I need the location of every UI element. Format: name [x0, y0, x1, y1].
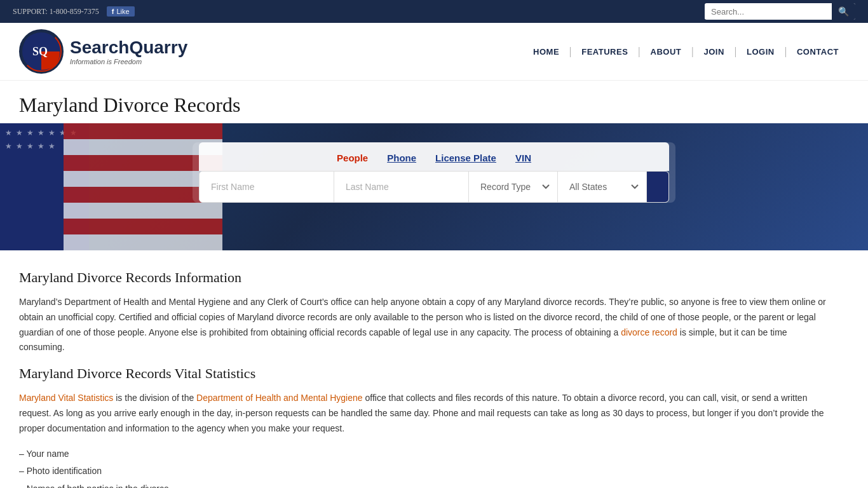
section2-paragraph: Maryland Vital Statistics is the divisio…	[19, 391, 832, 436]
star: ★	[16, 128, 23, 138]
star: ★	[16, 142, 23, 151]
main-content: Maryland Divorce Records Information Mar…	[0, 250, 851, 488]
support-number: SUPPORT: 1-800-859-7375	[13, 7, 99, 17]
top-search-input[interactable]	[705, 4, 832, 19]
fb-icon: f	[112, 8, 114, 15]
star: ★	[48, 128, 55, 138]
svg-text:SQ: SQ	[32, 45, 48, 58]
top-search-button[interactable]: 🔍	[832, 3, 855, 20]
stripe	[64, 234, 222, 250]
states-select[interactable]: All States Maryland California Texas Flo…	[558, 172, 647, 202]
nav-login[interactable]: LOGIN	[736, 47, 785, 57]
tab-people[interactable]: People	[337, 151, 368, 165]
star: ★	[5, 142, 12, 151]
top-search-bar[interactable]: 🔍	[705, 3, 855, 20]
record-type-select[interactable]: Record Type Divorce Records Birth Record…	[469, 172, 558, 202]
star: ★	[5, 128, 12, 138]
stripe	[64, 219, 222, 234]
stripe	[64, 123, 222, 139]
nav-join[interactable]: JOIN	[693, 47, 734, 57]
top-bar-left: SUPPORT: 1-800-859-7375 f Like	[13, 6, 135, 17]
logo-area: SQ SearchQuarry Information is Freedom	[19, 29, 187, 74]
logo-icon: SQ	[19, 29, 64, 74]
maryland-vital-link[interactable]: Maryland Vital Statistics	[19, 393, 113, 403]
nav-contact[interactable]: CONTACT	[787, 47, 849, 57]
divorce-record-link[interactable]: divorce record	[621, 327, 677, 337]
page-title-area: Maryland Divorce Records	[0, 81, 868, 123]
nav-home[interactable]: HOME	[523, 47, 569, 57]
first-name-input[interactable]	[200, 172, 334, 202]
section2-text1: is the division of the	[113, 393, 196, 403]
dept-health-link[interactable]: Department of Health and Mental Hygiene	[196, 393, 362, 403]
top-bar: SUPPORT: 1-800-859-7375 f Like 🔍	[0, 0, 868, 23]
stripe	[64, 203, 222, 219]
fb-like-button[interactable]: f Like	[107, 6, 135, 17]
tab-vin[interactable]: VIN	[515, 151, 531, 165]
list-item-2: – Photo identification	[19, 464, 832, 479]
main-nav: HOME | FEATURES | ABOUT | JOIN | LOGIN |…	[523, 46, 849, 57]
search-form: Record Type Divorce Records Birth Record…	[199, 171, 669, 203]
section1-title: Maryland Divorce Records Information	[19, 269, 832, 286]
star: ★	[37, 142, 44, 151]
flag-decoration: ★ ★ ★ ★ ★ ★ ★ ★ ★ ★ ★ ★	[0, 123, 222, 250]
tab-phone[interactable]: Phone	[387, 151, 416, 165]
hero-banner: ★ ★ ★ ★ ★ ★ ★ ★ ★ ★ ★ ★ People Pho	[0, 123, 868, 250]
search-widget: People Phone License Plate VIN Record Ty…	[193, 142, 675, 203]
brand-part1: Search	[70, 37, 129, 57]
star: ★	[48, 142, 55, 151]
brand-name: SearchQuarry	[70, 37, 187, 58]
logo-tagline: Information is Freedom	[70, 58, 187, 65]
logo-text: SearchQuarry Information is Freedom	[70, 37, 187, 65]
requirements-list: – Your name – Photo identification – Nam…	[19, 447, 832, 488]
tab-license-plate[interactable]: License Plate	[435, 151, 496, 165]
star: ★	[37, 128, 44, 138]
list-item-1: – Your name	[19, 447, 832, 462]
last-name-input[interactable]	[334, 172, 469, 202]
nav-about[interactable]: ABOUT	[641, 47, 692, 57]
header: SQ SearchQuarry Information is Freedom H…	[0, 23, 868, 81]
search-button[interactable]: SEARCH	[647, 172, 669, 202]
star: ★	[27, 142, 34, 151]
section1-paragraph: Maryland’s Department of Health and Ment…	[19, 295, 832, 355]
star: ★	[27, 128, 34, 138]
brand-part2: Quarry	[129, 37, 187, 57]
list-item-3: – Names of both parties in the divorce	[19, 482, 832, 488]
section2-title: Maryland Divorce Records Vital Statistic…	[19, 365, 832, 382]
nav-features[interactable]: FEATURES	[571, 47, 638, 57]
page-title: Maryland Divorce Records	[19, 93, 849, 117]
